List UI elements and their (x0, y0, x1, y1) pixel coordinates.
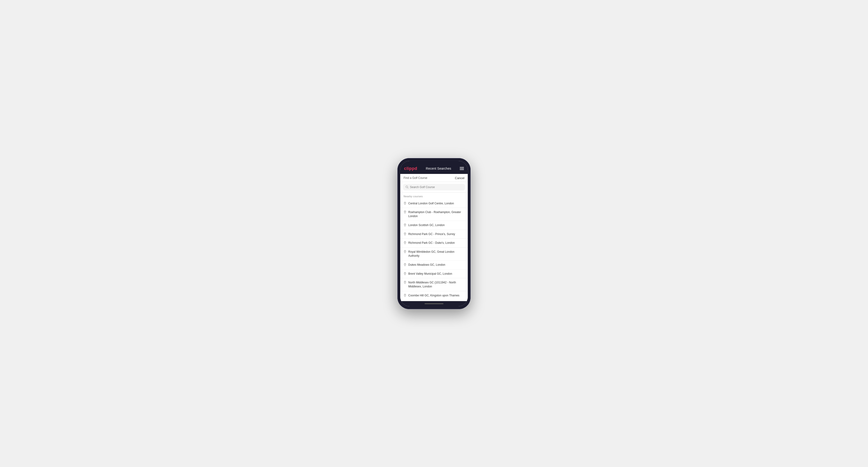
location-pin-icon (404, 232, 406, 236)
cancel-button[interactable]: Cancel (455, 176, 464, 180)
course-list-item[interactable]: London Scottish GC, London (400, 221, 468, 230)
course-list-item[interactable]: Coombe Hill GC, Kingston upon Thames (400, 291, 468, 300)
courses-list: Central London Golf Centre, London Roeha… (400, 199, 468, 300)
search-box (403, 184, 465, 190)
location-pin-icon (404, 241, 406, 245)
course-list-item[interactable]: Dukes Meadows GC, London (400, 260, 468, 270)
course-name: Brent Valley Municipal GC, London (408, 272, 452, 276)
hamburger-line-3 (460, 169, 464, 170)
course-name: Richmond Park GC - Duke's, London (408, 241, 455, 245)
course-name: London Scottish GC, London (408, 223, 445, 227)
svg-line-1 (408, 188, 408, 188)
find-bar-label: Find a Golf Course (404, 176, 427, 180)
svg-point-5 (405, 233, 405, 234)
phone-notch (400, 161, 468, 164)
location-pin-icon (404, 281, 406, 284)
course-name: Dukes Meadows GC, London (408, 263, 445, 267)
svg-point-8 (405, 264, 405, 264)
course-list-item[interactable]: Central London Golf Centre, London (400, 199, 468, 208)
svg-point-9 (405, 273, 405, 274)
app-logo: clippd (404, 166, 417, 171)
hamburger-line-1 (460, 167, 464, 167)
svg-point-6 (405, 242, 405, 243)
course-list-item[interactable]: Royal Wimbledon GC, Great London Authori… (400, 248, 468, 260)
hamburger-line-2 (460, 168, 464, 169)
location-pin-icon (404, 211, 406, 214)
app-content: Find a Golf Course Cancel Nearby courses (400, 174, 468, 301)
course-name: North Middlesex GC (1011942 - North Midd… (408, 281, 464, 289)
location-pin-icon (404, 272, 406, 275)
course-name: Coombe Hill GC, Kingston upon Thames (408, 293, 460, 298)
course-name: Roehampton Club - Roehampton, Greater Lo… (408, 210, 464, 218)
location-pin-icon (404, 294, 406, 297)
find-bar: Find a Golf Course Cancel (400, 174, 468, 182)
svg-point-0 (406, 186, 408, 188)
course-name: Royal Wimbledon GC, Great London Authori… (408, 250, 464, 258)
svg-point-4 (405, 224, 405, 225)
course-list-item[interactable]: Richmond Park GC - Duke's, London (400, 239, 468, 248)
location-pin-icon (404, 223, 406, 227)
course-list-item[interactable]: North Middlesex GC (1011942 - North Midd… (400, 278, 468, 291)
nearby-header: Nearby courses (400, 192, 468, 199)
search-input[interactable] (410, 185, 463, 189)
svg-point-11 (405, 294, 405, 295)
svg-point-7 (405, 251, 405, 252)
course-list-item[interactable]: Brent Valley Municipal GC, London (400, 270, 468, 278)
location-pin-icon (404, 202, 406, 205)
header-title: Recent Searches (426, 166, 451, 170)
app-header: clippd Recent Searches (400, 164, 468, 174)
home-bar (425, 303, 443, 304)
course-list-item[interactable]: Richmond Park GC - Prince's, Surrey (400, 230, 468, 239)
location-pin-icon (404, 263, 406, 267)
hamburger-icon[interactable] (460, 167, 464, 170)
search-container (400, 182, 468, 192)
svg-point-2 (405, 203, 405, 203)
nearby-section: Nearby courses Central London Golf Centr… (400, 192, 468, 301)
course-name: Central London Golf Centre, London (408, 201, 454, 206)
phone-screen: clippd Recent Searches Find a Golf Cours… (400, 161, 468, 306)
svg-point-10 (405, 282, 405, 282)
home-indicator (400, 301, 468, 306)
search-icon (405, 185, 408, 189)
course-name: Richmond Park GC - Prince's, Surrey (408, 232, 455, 236)
phone-frame: clippd Recent Searches Find a Golf Cours… (397, 158, 471, 309)
location-pin-icon (404, 250, 406, 253)
course-list-item[interactable]: Roehampton Club - Roehampton, Greater Lo… (400, 208, 468, 221)
svg-point-3 (405, 211, 405, 212)
